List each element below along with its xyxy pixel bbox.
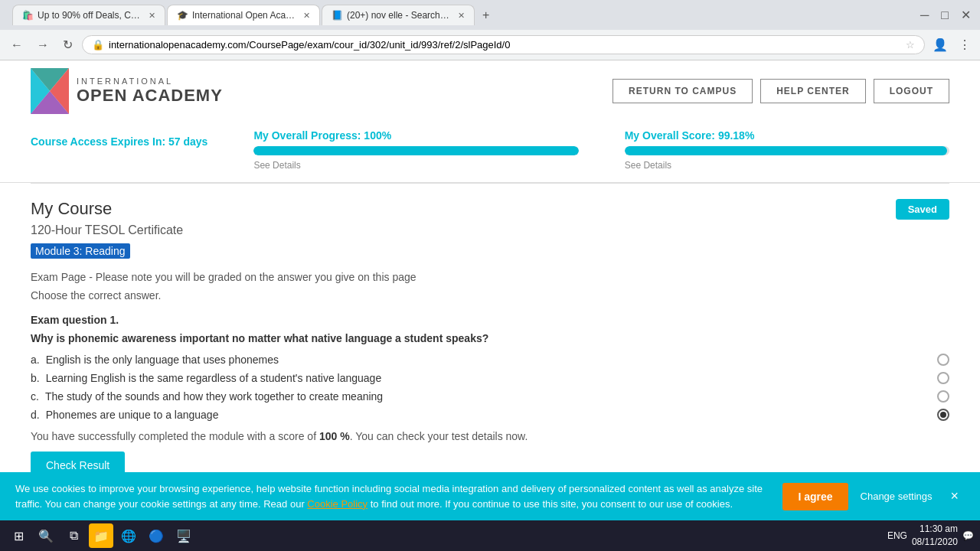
search-taskbar-button[interactable]: 🔍 — [34, 523, 58, 548]
answer-letter-b: b. — [31, 372, 40, 384]
overall-score-bar-bg — [625, 146, 949, 155]
app-icon[interactable]: 🖥️ — [172, 523, 196, 548]
question-header: Exam question 1. — [31, 314, 949, 326]
overall-progress-block: My Overall Progress: 100% See Details — [253, 129, 578, 171]
radio-b[interactable] — [937, 372, 949, 384]
minimize-button[interactable]: ─ — [917, 5, 932, 25]
access-days: 57 days — [168, 135, 207, 148]
answer-left-b: b. Learning English is the same regardle… — [31, 372, 381, 384]
question-text: Why is phonemic awareness important no m… — [31, 332, 949, 344]
back-button[interactable]: ← — [6, 35, 28, 55]
tab3-title: (20+) nov elle - Search Results | — [347, 10, 450, 21]
extensions-button[interactable]: 👤 — [929, 34, 951, 55]
tab2-favicon: 🎓 — [177, 10, 188, 21]
site-header: INTERNATIONAL OPEN ACADEMY RETURN TO CAM… — [0, 60, 980, 122]
answer-left-d: d. Phonemes are unique to a language — [31, 409, 218, 421]
logo-text-bottom: OPEN ACADEMY — [77, 86, 223, 106]
answer-options: a. English is the only language that use… — [31, 354, 949, 421]
tab3-close[interactable]: ✕ — [458, 11, 465, 21]
tab1-title: Up to 90% off Deals, Coupons & — [38, 10, 141, 21]
page-content: INTERNATIONAL OPEN ACADEMY RETURN TO CAM… — [0, 60, 980, 494]
logo-text: INTERNATIONAL OPEN ACADEMY — [77, 77, 223, 106]
browser-toolbar: ← → ↻ 🔒 ☆ 👤 ⋮ — [0, 30, 980, 60]
saved-badge: Saved — [896, 199, 949, 220]
start-button[interactable]: ⊞ — [6, 523, 31, 548]
exam-note: Exam Page - Please note you will be grad… — [31, 271, 949, 283]
url-input[interactable] — [109, 39, 901, 51]
taskbar-lang: ENG — [887, 530, 907, 541]
window-close-button[interactable]: ✕ — [958, 5, 974, 25]
browser-tab-3[interactable]: 📘 (20+) nov elle - Search Results | ✕ — [322, 5, 475, 25]
taskbar-date: 08/11/2020 — [912, 536, 958, 549]
chrome-button[interactable]: 🔵 — [144, 523, 168, 548]
maximize-button[interactable]: □ — [938, 5, 952, 25]
browser-toolbar-right: 👤 ⋮ — [929, 34, 974, 55]
taskbar-time: 11:30 am 08/11/2020 — [912, 523, 958, 549]
module-badge[interactable]: Module 3: Reading — [31, 243, 130, 259]
answer-option-a[interactable]: a. English is the only language that use… — [31, 354, 949, 366]
answer-letter-d: d. — [31, 409, 40, 421]
completion-suffix: . You can check your test details now. — [350, 430, 528, 442]
tab2-close[interactable]: ✕ — [303, 11, 310, 21]
completion-prefix: You have successfully completed the modu… — [31, 430, 319, 442]
course-subtitle: 120-Hour TESOL Certificate — [31, 223, 949, 237]
site-logo: INTERNATIONAL OPEN ACADEMY — [31, 68, 223, 114]
new-tab-button[interactable]: + — [476, 5, 495, 25]
progress-section: Course Access Expires In: 57 days My Ove… — [0, 122, 980, 183]
overall-progress-bar-fill — [253, 146, 578, 155]
overall-progress-see-details[interactable]: See Details — [253, 160, 300, 171]
logout-button[interactable]: LOGOUT — [874, 79, 949, 103]
completion-score: 100 % — [319, 430, 350, 442]
browser-tabs: 🛍️ Up to 90% off Deals, Coupons & ✕ 🎓 In… — [6, 5, 501, 25]
answer-option-b[interactable]: b. Learning English is the same regardle… — [31, 372, 949, 384]
tab1-favicon: 🛍️ — [22, 10, 33, 21]
overall-progress-value: 100% — [364, 129, 391, 142]
overall-score-value: 99.18% — [718, 129, 754, 142]
taskbar: ⊞ 🔍 ⧉ 📁 🌐 🔵 🖥️ ENG 11:30 am 08/11/2020 💬 — [0, 520, 980, 551]
overall-score-see-details[interactable]: See Details — [625, 160, 671, 171]
logo-text-top: INTERNATIONAL — [77, 77, 223, 86]
refresh-button[interactable]: ↻ — [58, 34, 77, 55]
address-bar[interactable]: 🔒 ☆ — [82, 35, 925, 54]
cookie-close-button[interactable]: × — [944, 488, 965, 504]
bookmark-icon[interactable]: ☆ — [906, 39, 915, 51]
browser-tab-2[interactable]: 🎓 International Open Academy ✕ — [167, 5, 320, 25]
notification-icon[interactable]: 💬 — [962, 530, 974, 541]
answer-option-c[interactable]: c. The study of the sounds and how they … — [31, 390, 949, 403]
answer-text-d: Phonemes are unique to a language — [46, 409, 219, 421]
cookie-agree-button[interactable]: I agree — [782, 483, 848, 510]
course-title: My Course — [31, 199, 112, 219]
access-label: Course Access Expires In: — [31, 135, 165, 148]
taskbar-left: ⊞ 🔍 ⧉ 📁 🌐 🔵 🖥️ — [6, 523, 196, 548]
help-center-button[interactable]: HELP CENTER — [760, 79, 865, 103]
task-view-button[interactable]: ⧉ — [61, 523, 86, 548]
overall-score-label: My Overall Score: 99.18% — [625, 129, 949, 142]
tab3-favicon: 📘 — [332, 10, 342, 21]
radio-a[interactable] — [937, 354, 949, 366]
more-button[interactable]: ⋮ — [956, 34, 974, 55]
tab1-close[interactable]: ✕ — [149, 11, 155, 21]
overall-score-bar-fill — [625, 146, 947, 155]
return-to-campus-button[interactable]: RETURN TO CAMPUS — [612, 79, 753, 103]
answer-letter-c: c. — [31, 390, 39, 403]
cookie-text-after: to find out more. If you continue to use… — [368, 498, 733, 510]
answer-option-d[interactable]: d. Phonemes are unique to a language — [31, 409, 949, 421]
cookie-policy-link[interactable]: Cookie Policy — [307, 498, 368, 510]
cookie-settings-link[interactable]: Change settings — [861, 491, 933, 502]
overall-score-block: My Overall Score: 99.18% See Details — [625, 129, 949, 171]
tab2-title: International Open Academy — [192, 10, 296, 21]
browser-chrome: 🛍️ Up to 90% off Deals, Coupons & ✕ 🎓 In… — [0, 0, 980, 60]
main-content: My Course Saved 120-Hour TESOL Certifica… — [0, 184, 980, 494]
answer-left-c: c. The study of the sounds and how they … — [31, 390, 383, 403]
radio-c[interactable] — [937, 390, 949, 403]
completion-text: You have successfully completed the modu… — [31, 430, 949, 442]
browser-titlebar: 🛍️ Up to 90% off Deals, Coupons & ✕ 🎓 In… — [0, 0, 980, 30]
forward-button[interactable]: → — [32, 35, 54, 55]
browser-tab-1[interactable]: 🛍️ Up to 90% off Deals, Coupons & ✕ — [12, 5, 165, 25]
answer-left-a: a. English is the only language that use… — [31, 354, 279, 366]
logo-icon — [31, 68, 69, 114]
edge-browser-button[interactable]: 🌐 — [116, 523, 141, 548]
file-explorer-button[interactable]: 📁 — [89, 523, 113, 548]
answer-text-a: English is the only language that uses p… — [46, 354, 279, 366]
radio-d[interactable] — [937, 409, 949, 421]
